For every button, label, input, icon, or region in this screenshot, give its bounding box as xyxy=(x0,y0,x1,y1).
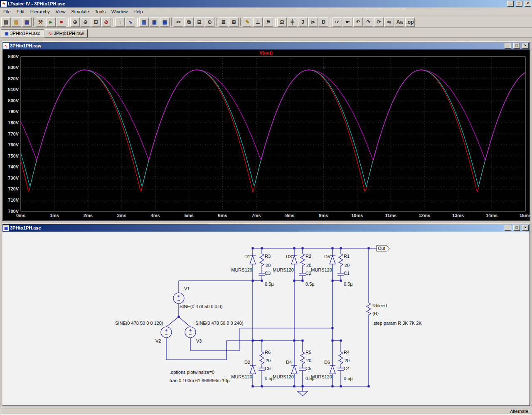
control-panel-button[interactable]: ⚒ xyxy=(36,17,45,27)
capacitor-C4[interactable] xyxy=(337,368,344,371)
schematic-restore-button[interactable]: □ xyxy=(513,225,520,231)
resistor-R1[interactable] xyxy=(339,252,343,267)
waveform-window-titlebar[interactable]: ∿ 3PHto1PH.raw _ □ × xyxy=(2,42,530,49)
cascade-windows-button[interactable]: ▩ xyxy=(160,17,170,27)
plot-frame xyxy=(21,57,525,211)
cut-button[interactable]: ✂ xyxy=(174,17,183,27)
new-schematic-button[interactable]: ▤ xyxy=(1,17,11,27)
print-icon: ≣ xyxy=(221,19,225,25)
svg-text:R1: R1 xyxy=(344,254,350,259)
schematic-close-button[interactable]: × xyxy=(522,225,529,231)
tile-vertical-button[interactable]: ▥ xyxy=(139,17,149,27)
open-file-icon: ▨ xyxy=(14,19,19,25)
tab-3phto1ph-asc[interactable]: ▣3PHto1PH.asc xyxy=(1,29,44,37)
resistor-Rbleed[interactable] xyxy=(367,301,371,316)
undo-button[interactable]: ↶ xyxy=(353,17,363,27)
resistor-R3[interactable] xyxy=(260,252,264,267)
svg-text:Rbleed: Rbleed xyxy=(372,303,387,308)
menu-item-view[interactable]: View xyxy=(53,8,69,15)
text-button[interactable]: Aa xyxy=(395,17,404,27)
capacitor-C3[interactable] xyxy=(259,273,265,276)
schematic-minimize-button[interactable]: _ xyxy=(505,225,511,231)
menu-item-help[interactable]: Help xyxy=(131,8,146,15)
capacitor-C1[interactable] xyxy=(337,273,344,276)
plot-title[interactable]: V(out) xyxy=(259,50,273,55)
spice-directives[interactable]: .options plotwinsize=0.tran 0 100m 61.66… xyxy=(168,370,230,383)
diode-button[interactable]: ⊳ xyxy=(308,17,318,27)
menu-item-simulate[interactable]: Simulate xyxy=(68,8,92,15)
menu-item-window[interactable]: Window xyxy=(108,8,131,15)
resistor-R2[interactable] xyxy=(300,252,305,267)
print-preview-button[interactable]: ⊞ xyxy=(229,17,239,27)
cop-button[interactable]: ⧉ xyxy=(184,17,194,27)
toolbar-separator xyxy=(68,18,69,26)
tab-3phto1ph-asc-icon: ▣ xyxy=(5,31,8,36)
out-port-flag[interactable]: Out xyxy=(377,245,389,251)
halt-simulation-button[interactable]: ■ xyxy=(57,17,66,27)
move-button[interactable]: ☞ xyxy=(332,17,342,27)
menu-item-file[interactable]: File xyxy=(0,8,14,15)
zoom-area-icon: ⊕ xyxy=(73,19,77,25)
menu-item-tools[interactable]: Tools xyxy=(92,8,108,15)
zoom-area-button[interactable]: ⊕ xyxy=(70,17,80,27)
menu-item-hierarchy[interactable]: Hierarchy xyxy=(27,8,53,15)
voltage-source-V2[interactable] xyxy=(161,327,172,338)
run-simulation-button[interactable]: ► xyxy=(46,17,56,27)
close-button[interactable]: × xyxy=(525,1,531,7)
waveform-close-button[interactable]: × xyxy=(522,43,529,49)
zoom-out-button[interactable]: ⊘ xyxy=(101,17,111,27)
ground-symbol[interactable] xyxy=(298,391,308,396)
x-axis-tick: 0ms xyxy=(16,213,25,218)
mirror-button[interactable]: ⇋ xyxy=(384,17,394,27)
redo-button[interactable]: ↷ xyxy=(364,17,373,27)
save-button[interactable]: ▦ xyxy=(22,17,32,27)
plot-settings-button[interactable]: ∿ xyxy=(126,17,135,27)
capacitor-C2[interactable] xyxy=(299,273,306,276)
voltage-source-V1[interactable] xyxy=(173,293,184,304)
autorange-y-button[interactable]: ↕ xyxy=(115,17,125,27)
spice-directive-button[interactable]: .op xyxy=(405,17,415,27)
svg-text:C2: C2 xyxy=(305,271,311,276)
diode-D2[interactable] xyxy=(250,366,256,374)
redo-icon: ↷ xyxy=(366,19,370,25)
minimize-button[interactable]: _ xyxy=(507,1,514,7)
diode-D5[interactable] xyxy=(330,256,335,264)
zoom-back-button[interactable]: ⊖ xyxy=(81,17,90,27)
ground-button[interactable]: ⊥ xyxy=(253,17,263,27)
diode-D6[interactable] xyxy=(330,366,335,374)
y-axis-tick: 810V xyxy=(8,87,19,92)
restore-button[interactable]: □ xyxy=(516,1,522,7)
menu-item-edit[interactable]: Edit xyxy=(14,8,27,15)
resistor-R5[interactable] xyxy=(300,351,305,365)
capacitor-C6[interactable] xyxy=(259,368,265,371)
schematic-canvas[interactable]: D1MURS120R320C30.5µD2MURS120R620C60.5µD3… xyxy=(2,232,530,405)
find-button[interactable]: ⊙ xyxy=(205,17,214,27)
wire-button[interactable]: ✎ xyxy=(243,17,252,27)
waveform-minimize-button[interactable]: _ xyxy=(505,43,511,49)
open-file-button[interactable]: ▨ xyxy=(12,17,21,27)
y-axis-tick: 830V xyxy=(8,65,19,70)
print-button[interactable]: ≣ xyxy=(219,17,228,27)
diode-D4[interactable] xyxy=(291,366,297,374)
wire-icon: ✎ xyxy=(245,19,249,25)
inductor-button[interactable]: 3 xyxy=(298,17,308,27)
resistor-button[interactable]: Ω xyxy=(277,17,287,27)
resistor-R6[interactable] xyxy=(260,351,264,365)
tab-3phto1ph-raw[interactable]: ∿3PHto1PH.raw xyxy=(45,29,88,37)
capacitor-button[interactable]: ╪ xyxy=(288,17,297,27)
drag-button[interactable]: ☛ xyxy=(343,17,352,27)
capacitor-C5[interactable] xyxy=(299,368,306,371)
net-label-button[interactable]: ⚑ xyxy=(264,17,273,27)
waveform-plot[interactable]: 840V830V820V810V800V790V780V770V760V750V… xyxy=(2,49,530,220)
voltage-source-V3[interactable] xyxy=(185,327,196,338)
rotate-button[interactable]: ⟳ xyxy=(374,17,384,27)
diode-D3[interactable] xyxy=(291,256,297,264)
diode-D1[interactable] xyxy=(250,256,256,264)
resistor-R4[interactable] xyxy=(339,351,343,365)
paste-button[interactable]: ⊟ xyxy=(195,17,204,27)
tile-horizontal-button[interactable]: ▤ xyxy=(150,17,159,27)
component-button[interactable]: D xyxy=(319,17,328,27)
waveform-restore-button[interactable]: □ xyxy=(513,43,520,49)
schematic-window-titlebar[interactable]: ▣ 3PHto1PH.asc _ □ × xyxy=(2,224,530,232)
zoom-extents-button[interactable]: ⊡ xyxy=(91,17,101,27)
